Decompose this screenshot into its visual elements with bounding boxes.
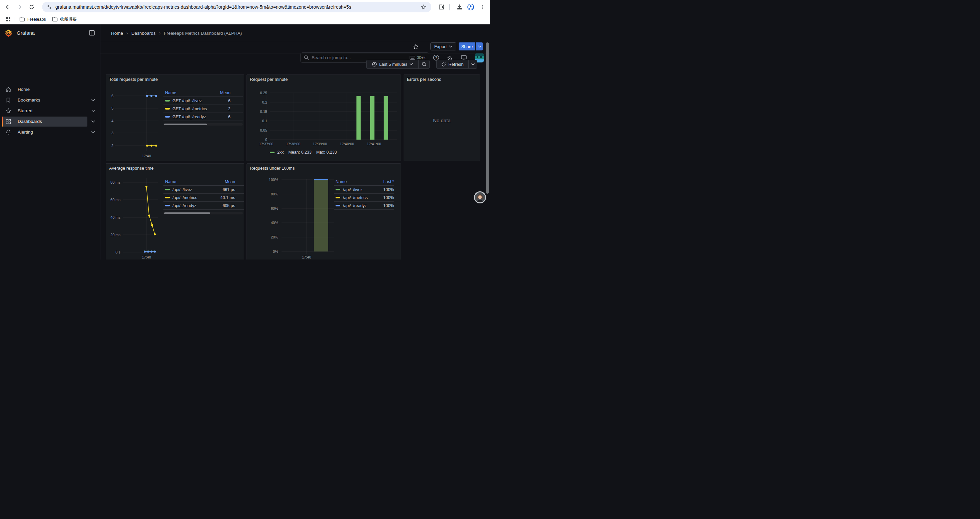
svg-text:0: 0 xyxy=(265,137,267,142)
brand-name: Grafana xyxy=(17,30,35,36)
assistant-avatar[interactable] xyxy=(474,192,486,203)
favorite-star-icon[interactable] xyxy=(413,44,418,50)
series-swatch xyxy=(165,116,170,118)
profile-icon[interactable] xyxy=(466,2,475,12)
panel-requests-under-100ms: Requests under 100ms 100%80%60%40%20%0%1… xyxy=(247,163,401,260)
panel-title[interactable]: Total requests per minute xyxy=(109,77,158,82)
refresh-button[interactable]: Refresh xyxy=(436,60,469,69)
legend-col-last[interactable]: Last * xyxy=(235,179,244,184)
series-swatch xyxy=(165,108,170,110)
legend-col-name[interactable]: Name xyxy=(165,91,210,95)
sidebar-item-bookmarks[interactable]: Bookmarks xyxy=(0,95,100,105)
time-range-picker[interactable]: Last 5 minutes xyxy=(366,60,418,69)
panel-title[interactable]: Request per minute xyxy=(250,77,288,82)
clock-icon xyxy=(372,62,377,67)
legend-inline[interactable]: 2xx Mean: 0.233 Max: 0.233 xyxy=(270,150,337,155)
sidebar-item-alerting[interactable]: Alerting xyxy=(0,127,100,137)
svg-text:5: 5 xyxy=(111,106,113,110)
chevron-down-icon[interactable] xyxy=(91,120,95,123)
bookmarks-divider xyxy=(14,17,14,22)
sidebar-item-dashboards[interactable]: Dashboards xyxy=(0,117,100,126)
sidebar-item-label: Alerting xyxy=(18,129,33,134)
legend-row[interactable]: /api/_/readyz 100% xyxy=(334,202,394,210)
legend-col-name[interactable]: Name xyxy=(336,179,374,184)
export-button[interactable]: Export xyxy=(430,42,456,50)
legend-col-last[interactable]: Last * xyxy=(374,179,394,184)
sidebar-item-starred[interactable]: Starred xyxy=(0,106,100,116)
back-icon[interactable] xyxy=(3,2,12,12)
breadcrumb-home[interactable]: Home xyxy=(111,31,123,36)
url-text[interactable]: grafana.mathmast.com/d/deytv4rwavabkb/fr… xyxy=(56,4,421,10)
legend-col-mean[interactable]: Mean xyxy=(210,91,231,95)
toolbar-divider xyxy=(449,4,450,10)
chevron-down-icon xyxy=(449,45,452,48)
chevron-down-icon xyxy=(471,63,475,65)
bookmark-folder-blogs[interactable]: 收藏博客 xyxy=(50,15,79,23)
sidebar: Home Bookmarks Starred Dashboards xyxy=(0,42,100,260)
svg-text:20%: 20% xyxy=(271,235,278,239)
series-swatch xyxy=(336,197,340,198)
legend-row[interactable]: GET /api/_/metrics 2 xyxy=(164,105,243,113)
panel-title[interactable]: Errors per second xyxy=(407,77,441,82)
bookmark-folder-freeleaps[interactable]: Freeleaps xyxy=(18,15,48,23)
share-menu-button[interactable] xyxy=(476,42,483,50)
zoom-out-icon[interactable] xyxy=(418,60,430,69)
chevron-right-icon: › xyxy=(159,30,161,36)
legend-scrollbar[interactable] xyxy=(164,212,243,214)
legend-table: Name Last * /api/_/livez 100% /api/_/met… xyxy=(334,178,394,210)
scrollbar-thumb[interactable] xyxy=(164,212,210,214)
series-swatch xyxy=(165,205,170,206)
svg-text:80%: 80% xyxy=(271,192,278,196)
breadcrumb-dashboards[interactable]: Dashboards xyxy=(131,31,156,36)
grafana-logo-icon[interactable] xyxy=(4,29,13,37)
legend-header: Name Last * xyxy=(334,178,394,186)
bookmark-star-icon[interactable] xyxy=(421,4,426,10)
svg-text:40%: 40% xyxy=(271,221,278,225)
legend-table: Name Mean Last * /api/_/livez 661 µs 646… xyxy=(164,178,244,214)
extensions-icon[interactable] xyxy=(437,2,446,12)
series-mean: Mean: 0.233 xyxy=(288,150,312,155)
svg-text:0.15: 0.15 xyxy=(260,110,267,113)
sidebar-item-home[interactable]: Home xyxy=(0,85,100,94)
sidebar-item-label: Dashboards xyxy=(18,119,42,124)
svg-text:60%: 60% xyxy=(271,206,278,211)
apps-grid-icon[interactable] xyxy=(3,15,13,23)
legend-row[interactable]: /api/_/metrics 40.1 ms 20.5 ms xyxy=(164,194,244,202)
site-settings-icon[interactable] xyxy=(47,4,52,10)
scrollbar-thumb[interactable] xyxy=(164,124,207,125)
chevron-down-icon[interactable] xyxy=(91,99,95,102)
refresh-icon xyxy=(441,62,446,67)
legend-scrollbar[interactable] xyxy=(164,123,243,126)
share-button[interactable]: Share xyxy=(459,42,475,50)
reload-icon[interactable] xyxy=(27,2,37,12)
refresh-interval-button[interactable] xyxy=(469,60,477,69)
sidebar-item-label: Bookmarks xyxy=(18,97,40,102)
brand-section: Grafana xyxy=(0,24,100,42)
dashboards-icon xyxy=(5,118,11,125)
legend-col-name[interactable]: Name xyxy=(165,179,212,184)
legend-col-mean[interactable]: Mean xyxy=(212,179,235,184)
collapse-sidebar-icon[interactable] xyxy=(89,30,95,36)
address-bar[interactable]: grafana.mathmast.com/d/deytv4rwavabkb/fr… xyxy=(42,2,431,12)
legend-row[interactable]: GET /api/_/readyz 6 xyxy=(164,113,243,121)
svg-text:0.2: 0.2 xyxy=(262,100,267,104)
legend-row[interactable]: /api/_/livez 100% xyxy=(334,186,394,194)
panel-title[interactable]: Requests under 100ms xyxy=(250,166,294,171)
dashboard-controls: Last 5 minutes Refresh xyxy=(100,53,490,75)
chevron-down-icon[interactable] xyxy=(91,110,95,112)
panel-title[interactable]: Average response time xyxy=(109,166,153,171)
svg-text:17:41:00: 17:41:00 xyxy=(367,142,381,146)
legend-row[interactable]: /api/_/livez 661 µs 646 µs xyxy=(164,186,244,194)
legend-row[interactable]: /api/_/readyz 605 µs 620 µs xyxy=(164,202,244,210)
legend-row[interactable]: GET /api/_/livez 6 xyxy=(164,97,243,105)
no-data-message: No data xyxy=(404,118,480,123)
page-scrollbar-thumb[interactable] xyxy=(486,42,489,194)
downloads-icon[interactable] xyxy=(455,2,464,12)
chart-request-per-minute[interactable]: 0.250.20.150.10.05017:37:0017:38:0017:39… xyxy=(247,75,401,161)
series-name: 2xx xyxy=(277,150,283,155)
chevron-down-icon[interactable] xyxy=(91,131,95,134)
bookmark-label: Freeleaps xyxy=(27,17,46,22)
forward-icon[interactable] xyxy=(15,2,24,12)
browser-menu-icon[interactable] xyxy=(478,2,487,12)
legend-row[interactable]: /api/_/metrics 100% xyxy=(334,194,394,202)
